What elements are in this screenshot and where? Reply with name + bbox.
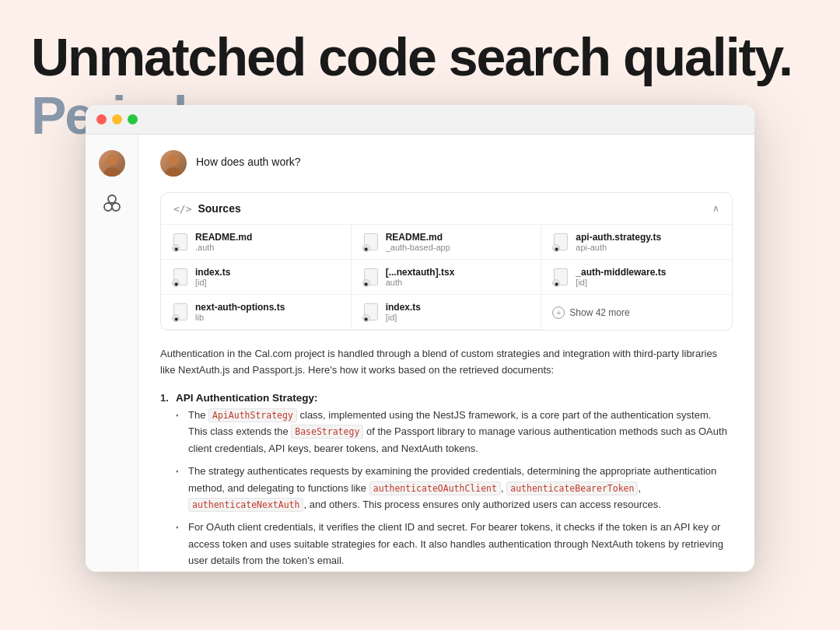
source-item[interactable]: ◉ index.ts [id] — [352, 295, 542, 330]
answer-list: API Authentication Strategy: The ApiAuth… — [160, 390, 733, 569]
query-text: How does auth work? — [196, 150, 301, 168]
file-icon: ◉ — [362, 267, 380, 287]
bullet-list: The ApiAuthStrategy class, implemented u… — [176, 407, 733, 569]
source-filename: next-auth-options.ts — [195, 302, 340, 313]
sidebar-logo-icon — [100, 191, 124, 215]
browser-titlebar — [86, 105, 754, 135]
answer-intro: Authentication in the Cal.com project is… — [160, 346, 733, 379]
section-heading: API Authentication Strategy: — [176, 392, 318, 404]
source-info: api-auth.strategy.ts api-auth — [576, 232, 721, 252]
file-icon: ◉ — [552, 232, 569, 252]
bullet-item: The ApiAuthStrategy class, implemented u… — [176, 407, 733, 457]
traffic-light-yellow[interactable] — [112, 114, 122, 124]
sources-panel: </> Sources ∧ ◉ README.md .aut — [160, 192, 733, 331]
svg-point-1 — [104, 203, 112, 211]
bullet-item: For OAuth client credentials, it verifie… — [176, 519, 733, 569]
source-item[interactable]: ◉ [...nextauth].tsx auth — [352, 260, 542, 295]
svg-point-0 — [108, 195, 116, 203]
file-icon: ◉ — [172, 267, 189, 287]
source-filename: README.md — [386, 232, 530, 243]
code-authenticateBearerToken: authenticateBearerToken — [506, 481, 638, 495]
source-info: [...nextauth].tsx auth — [386, 267, 530, 287]
file-icon: ◉ — [172, 302, 189, 322]
source-info: README.md _auth-based-app — [386, 232, 530, 252]
source-filename: [...nextauth].tsx — [386, 267, 530, 278]
source-path: lib — [195, 313, 340, 322]
file-icon: ◉ — [362, 232, 380, 252]
browser-window: How does auth work? </> Sources ∧ — [86, 105, 754, 572]
chevron-up-icon[interactable]: ∧ — [712, 203, 719, 214]
source-item[interactable]: ◉ index.ts [id] — [161, 260, 352, 295]
source-info: next-auth-options.ts lib — [195, 302, 340, 322]
source-filename: index.ts — [195, 267, 340, 278]
bullet-item: The strategy authenticates requests by e… — [176, 463, 733, 513]
code-bracket-icon: </> — [173, 203, 191, 215]
hero-title-black: Unmatched code search quality. — [31, 27, 792, 86]
source-filename: index.ts — [386, 302, 530, 313]
traffic-light-red[interactable] — [96, 114, 107, 124]
browser-body: How does auth work? </> Sources ∧ — [86, 135, 754, 572]
user-query: How does auth work? — [160, 150, 733, 177]
sidebar — [86, 135, 138, 572]
file-icon: ◉ — [552, 267, 569, 287]
source-filename: README.md — [195, 232, 340, 243]
sources-title-row: </> Sources — [173, 202, 241, 215]
source-path: [id] — [386, 313, 530, 322]
show-more-text: Show 42 more — [569, 307, 629, 318]
source-item[interactable]: ◉ api-auth.strategy.ts api-auth — [541, 225, 732, 260]
source-item[interactable]: ◉ README.md _auth-based-app — [352, 225, 542, 260]
source-info: index.ts [id] — [195, 267, 340, 287]
source-info: index.ts [id] — [386, 302, 530, 322]
source-info: _auth-middleware.ts [id] — [576, 267, 721, 287]
show-more-item[interactable]: + Show 42 more — [541, 295, 732, 330]
answer-body: Authentication in the Cal.com project is… — [160, 346, 733, 569]
source-path: auth — [386, 278, 530, 287]
sources-grid: ◉ README.md .auth ◉ README.md — [161, 225, 732, 330]
traffic-light-green[interactable] — [128, 114, 138, 124]
source-item[interactable]: ◉ next-auth-options.ts lib — [161, 295, 352, 330]
file-icon: ◉ — [172, 232, 189, 252]
code-authenticateOAuthClient: authenticateOAuthClient — [369, 481, 501, 495]
file-icon: ◉ — [362, 302, 380, 322]
code-BaseStrategy: BaseStrategy — [291, 425, 363, 439]
code-authenticateNextAuth: authenticateNextAuth — [188, 498, 303, 512]
source-info: README.md .auth — [195, 232, 340, 252]
source-path: [id] — [195, 278, 340, 287]
plus-icon: + — [552, 306, 565, 319]
source-path: .auth — [195, 243, 340, 252]
svg-point-2 — [112, 203, 120, 211]
source-path: [id] — [576, 278, 721, 287]
source-filename: _auth-middleware.ts — [576, 267, 721, 278]
sources-label: Sources — [198, 202, 240, 215]
source-path: api-auth — [576, 243, 721, 252]
source-item[interactable]: ◉ README.md .auth — [161, 225, 352, 260]
main-content: How does auth work? </> Sources ∧ — [138, 135, 754, 572]
avatar — [99, 150, 125, 177]
answer-list-item: API Authentication Strategy: The ApiAuth… — [160, 390, 733, 569]
source-path: _auth-based-app — [386, 243, 530, 252]
code-ApiAuthStrategy: ApiAuthStrategy — [208, 408, 297, 422]
user-avatar — [160, 150, 187, 177]
source-item[interactable]: ◉ _auth-middleware.ts [id] — [541, 260, 732, 295]
traffic-lights — [96, 114, 138, 124]
sources-header: </> Sources ∧ — [161, 193, 732, 225]
source-filename: api-auth.strategy.ts — [576, 232, 721, 243]
